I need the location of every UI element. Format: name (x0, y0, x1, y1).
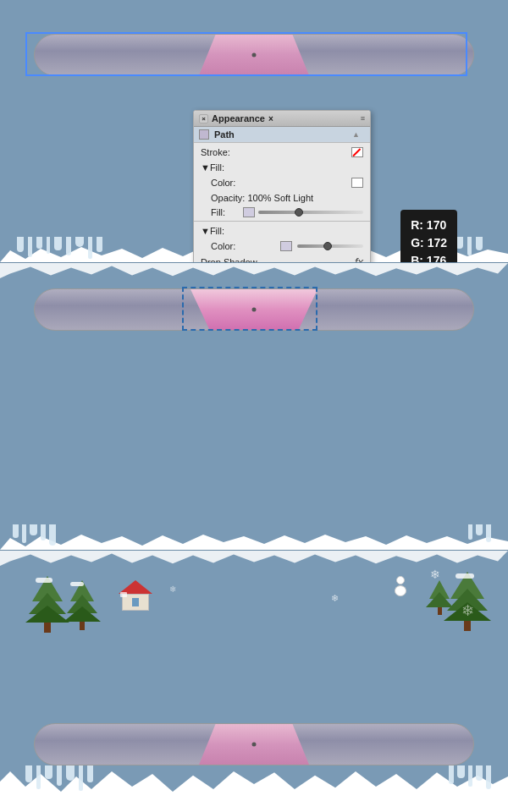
snowman-body (395, 585, 406, 596)
bar-inner-2 (34, 288, 474, 331)
icicle (28, 237, 32, 257)
section-1: × Appearance × ≡ Path ▲ Stroke: ▼Fill: C… (0, 0, 508, 262)
tree-trunk-4 (438, 607, 442, 615)
icicle (97, 237, 102, 252)
panel-title-area-1: × Appearance × (199, 113, 273, 123)
color2-swatch-1[interactable] (280, 241, 292, 251)
icicle (486, 765, 491, 789)
slider-track-2[interactable] (297, 244, 363, 248)
icicle (75, 237, 84, 247)
icicle (41, 524, 46, 540)
icicle (30, 524, 37, 535)
tree-4 (426, 580, 453, 615)
slider-track-1[interactable] (258, 211, 363, 214)
house-snow-roof (120, 592, 127, 597)
slider-label-1: Fill: (211, 207, 235, 217)
color-swatch-1[interactable] (351, 178, 363, 188)
icicle (57, 765, 62, 786)
tree-snow-2 (70, 582, 84, 586)
panel-close-x-1: × (268, 114, 273, 123)
tree-trunk-1 (44, 623, 51, 633)
icicle (79, 765, 83, 791)
icicles-bottom-left (25, 765, 93, 791)
stroke-row-1: Stroke: (194, 145, 370, 160)
stroke-swatch-1[interactable] (351, 147, 363, 157)
snow-bottom-dec-2 (0, 263, 508, 278)
opacity-label-1: Opacity: 100% Soft Light (211, 193, 363, 203)
snowflake-2: ❄ (331, 593, 339, 604)
icicle (49, 524, 56, 546)
icicle (468, 765, 472, 787)
tree-2 (64, 580, 101, 630)
tree-trunk-3 (464, 621, 471, 631)
slider-row-1[interactable]: Fill: (194, 206, 370, 219)
slider-thumb-2[interactable] (323, 242, 332, 250)
bar-dot-1 (252, 53, 257, 58)
slider-thumb-1[interactable] (295, 208, 303, 217)
rgb-r-1: R: 170 (411, 217, 447, 234)
panel-path-label-1: Path (214, 129, 235, 140)
decorative-bar-2 (34, 288, 474, 331)
opacity-row-1: Opacity: 100% Soft Light (194, 190, 370, 206)
fill1-label-1: ▼Fill: (201, 162, 363, 173)
icicle (476, 765, 483, 781)
snowflake-3: ❄ (461, 601, 474, 620)
icicle (88, 237, 92, 259)
icicle (13, 524, 19, 538)
house-door (132, 598, 139, 606)
snowflake-4: ❄ (169, 584, 176, 594)
icicle (54, 237, 62, 250)
icicles-2 (13, 524, 56, 546)
section-3: ❄ ❄ ❄ ❄ (0, 550, 508, 812)
icicle (36, 765, 41, 789)
icicle (486, 524, 491, 542)
tree-snow-3 (456, 573, 474, 579)
icicle (468, 524, 472, 540)
panel-close-btn-1[interactable]: × (199, 114, 208, 123)
icicle (457, 765, 465, 778)
icicle (87, 765, 93, 782)
icicles-right-2 (468, 524, 491, 542)
tree-trunk-2 (80, 622, 85, 630)
divider-1 (194, 221, 370, 222)
snowman-head (396, 576, 405, 584)
section-2: × Appearance × ≡ Path ▲ Stroke: ▼Fill: C… (0, 262, 508, 550)
decorative-bar-1 (34, 34, 474, 76)
bar-dot-2 (252, 308, 257, 312)
icicle (17, 237, 24, 252)
path-arrow-1: ▲ (352, 130, 360, 139)
icicle (66, 765, 75, 781)
icicle (66, 237, 71, 255)
bar-inner-1 (34, 34, 474, 76)
house-left (119, 580, 152, 611)
bar-container-1 (0, 34, 508, 76)
bar-dot-3 (252, 743, 257, 747)
color-label-1: Color: (211, 178, 348, 188)
snow-dec-3 (0, 551, 508, 566)
icicle (47, 237, 50, 254)
slider-color-swatch-1 (243, 207, 255, 217)
panel-title-1: Appearance (212, 113, 265, 123)
icicle (476, 524, 483, 535)
snow-ground-2 (0, 520, 508, 550)
icicle (467, 237, 472, 255)
color-row-1: Color: (194, 175, 370, 190)
icicle (449, 765, 454, 784)
icicle (36, 237, 42, 249)
snow-bottom-2 (0, 263, 508, 288)
stroke-label-1: Stroke: (201, 147, 351, 157)
snowflake-1: ❄ (430, 568, 440, 581)
fill2-label-1: ▼Fill: (201, 226, 363, 236)
icicle (25, 765, 32, 782)
panel-titlebar-1: × Appearance × ≡ (194, 111, 370, 127)
path-color-swatch-1 (199, 129, 209, 140)
panel-path-row-1: Path ▲ (194, 127, 370, 143)
bar-inner-3 (34, 723, 474, 765)
icicle (476, 237, 483, 250)
snowman (395, 576, 406, 596)
fill2-header-1: ▼Fill: (194, 223, 370, 239)
snow-top-2 (0, 533, 508, 550)
panel-options-btn-1[interactable]: ≡ (361, 114, 365, 123)
fill1-header-1: ▼Fill: (194, 160, 370, 175)
snow-ground-bottom-3 (0, 761, 508, 812)
